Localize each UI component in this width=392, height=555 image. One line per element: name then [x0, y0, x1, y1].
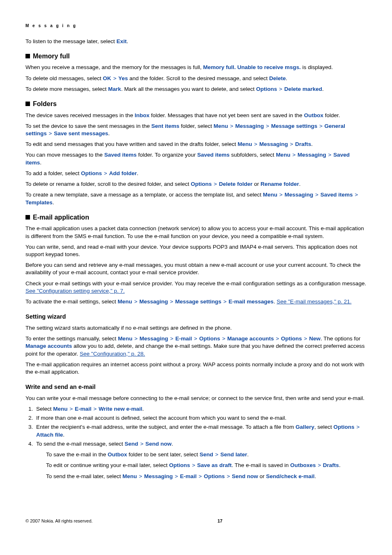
term-options: Options — [256, 86, 277, 92]
term-send-later: Send later — [220, 451, 247, 458]
text: To enter the settings manually, select — [25, 335, 118, 342]
term-options: Options — [333, 424, 354, 430]
text: . — [314, 473, 316, 479]
text: To set the device to save the sent messa… — [25, 123, 151, 129]
term-templates: Templates — [25, 199, 53, 206]
separator-icon: > — [104, 170, 108, 176]
text: subfolders, select — [230, 152, 276, 158]
term-menu: Menu — [214, 123, 228, 129]
heading-text: Memory full — [33, 52, 70, 61]
sub-heading-setting-wizard: Setting wizard — [25, 313, 367, 321]
text: To send the e-mail later, select — [46, 473, 122, 479]
term: Memory full. Unable to receive msgs. — [203, 64, 301, 70]
term-drafts: Drafts — [323, 462, 339, 468]
steps-list: Select Menu > E-mail > Write new e-mail.… — [25, 405, 367, 480]
paragraph: To set the device to save the sent messa… — [25, 123, 367, 137]
separator-icon: > — [214, 451, 219, 458]
link-configuration[interactable]: See "Configuration," p. 28. — [80, 351, 145, 357]
text: folder. — [323, 112, 340, 118]
separator-icon: > — [265, 123, 270, 129]
section-heading-memory-full: Memory full — [25, 52, 367, 61]
separator-icon: > — [304, 335, 308, 342]
term-outbox: Outbox — [108, 451, 127, 458]
paragraph: To delete old messages, select OK > Yes … — [25, 75, 367, 82]
text: . — [339, 462, 341, 468]
text: Select — [36, 406, 53, 412]
text: When you receive a message, and the memo… — [25, 64, 203, 70]
paragraph: Check your e-mail settings with your e-m… — [25, 280, 367, 295]
text: . — [247, 451, 249, 458]
copyright: © 2007 Nokia. All rights reserved. — [25, 518, 92, 524]
text: is displayed. — [301, 64, 333, 70]
text: To save the e-mail in the — [46, 451, 108, 458]
text: . — [127, 38, 128, 44]
text: To send the e-mail message, select — [36, 441, 125, 447]
separator-icon: > — [223, 298, 227, 305]
term-messaging: Messaging — [235, 123, 264, 129]
text: To listen to the message later, select — [25, 38, 116, 44]
term-messaging: Messaging — [284, 192, 313, 198]
separator-icon: > — [138, 473, 143, 479]
sub-heading-write-send: Write and send an e-mail — [25, 383, 367, 391]
list-item: If more than one e-mail account is defin… — [35, 414, 367, 422]
text: To edit and send messages that you have … — [25, 141, 238, 147]
text: . — [311, 141, 313, 147]
term-messaging: Messaging — [297, 152, 326, 158]
term-messaging: Messaging — [139, 298, 168, 305]
paragraph: To edit and send messages that you have … — [25, 141, 367, 148]
term-email: E-mail — [175, 335, 192, 342]
term-menu: Menu — [122, 473, 137, 479]
text: To add a folder, select — [25, 170, 81, 176]
separator-icon: > — [292, 152, 296, 158]
term-gallery: Gallery — [295, 424, 314, 430]
text: allow you to add, delete, and change the… — [25, 343, 364, 356]
paragraph: The e-mail application uses a packet dat… — [25, 225, 367, 240]
term-options: Options — [281, 335, 302, 342]
separator-icon: > — [290, 141, 294, 147]
term-save-sent: Save sent messages — [54, 130, 108, 136]
separator-icon: > — [328, 152, 332, 158]
term-options: Options — [81, 170, 102, 176]
term-send: Send — [200, 451, 213, 458]
paragraph: To add a folder, select Options > Add fo… — [25, 170, 367, 177]
separator-icon: > — [48, 130, 53, 136]
text: . — [40, 160, 42, 166]
separator-icon: > — [317, 462, 321, 468]
separator-icon: > — [213, 181, 217, 187]
term-email-messages: E-mail messages — [228, 298, 274, 305]
paragraph: The device saves received messages in th… — [25, 112, 367, 119]
term-menu: Menu — [238, 141, 252, 147]
text: . — [299, 181, 301, 187]
term-menu: Menu — [118, 298, 132, 305]
separator-icon: > — [113, 75, 117, 81]
square-bullet-icon — [25, 54, 30, 58]
list-item: Enter the recipient's e-mail address, wr… — [35, 423, 367, 438]
page-footer: © 2007 Nokia. All rights reserved. 17 — [25, 517, 367, 525]
paragraph: Before you can send and retrieve any e-m… — [25, 261, 367, 276]
term-manage-accounts: Manage accounts — [25, 343, 72, 349]
text: and the folder. Scroll to the desired me… — [128, 75, 269, 81]
text: To delete old messages, select — [25, 75, 103, 81]
separator-icon: > — [69, 406, 73, 412]
paragraph: You can write your e-mail message before… — [25, 395, 367, 402]
list-item: Select Menu > E-mail > Write new e-mail. — [35, 405, 367, 413]
intro-paragraph: To listen to the message later, select E… — [25, 38, 367, 45]
separator-icon: > — [279, 192, 283, 198]
separator-icon: > — [275, 335, 279, 342]
text: folder to be sent later, select — [127, 451, 199, 458]
text: or — [252, 181, 261, 187]
text: Check your e-mail settings with your e-m… — [25, 280, 366, 287]
paragraph: To activate the e-mail settings, select … — [25, 298, 367, 305]
paragraph: To delete or rename a folder, scroll to … — [25, 180, 367, 188]
heading-text: Folders — [33, 99, 57, 109]
term-outboxes: Outboxes — [290, 462, 316, 468]
term-options: Options — [169, 462, 190, 468]
link-config-service[interactable]: See "Configuration setting service," p. … — [25, 288, 125, 294]
separator-icon: > — [221, 335, 226, 342]
link-email-messages[interactable]: See "E-mail messages," p. 21. — [277, 298, 351, 305]
text: or — [258, 473, 266, 479]
text: folder, select — [179, 123, 213, 129]
sub-paragraph: To send the e-mail later, select Menu > … — [46, 473, 367, 480]
text: To create a new template, save a message… — [25, 192, 263, 198]
term-manage-accounts: Manage accounts — [227, 335, 274, 342]
